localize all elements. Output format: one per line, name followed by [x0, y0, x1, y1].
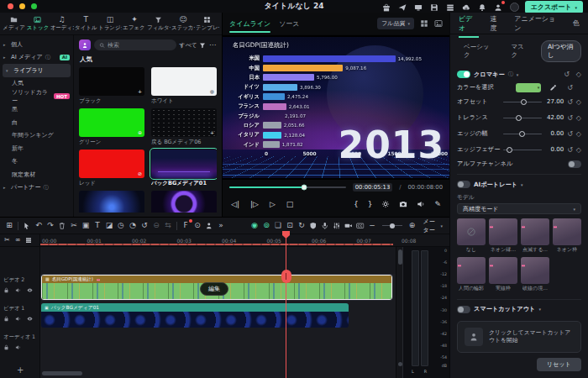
gift-icon[interactable]	[381, 2, 392, 13]
swap-tool-icon[interactable]: ⇆	[162, 220, 174, 232]
stop-button[interactable]: □	[286, 201, 294, 208]
multi-view-icon[interactable]	[420, 19, 428, 28]
voiceover-mic-icon[interactable]	[319, 220, 331, 232]
zoom-out-icon[interactable]: −	[366, 220, 378, 232]
keyframe-icon[interactable]: F	[180, 220, 192, 232]
stock-item[interactable]	[151, 191, 217, 213]
mute-icon[interactable]	[15, 316, 21, 322]
chroma-key-toggle[interactable]	[457, 71, 470, 78]
motion-icon[interactable]: ⊙	[192, 220, 203, 232]
sidebar-item[interactable]: 年間ランキング	[0, 129, 73, 143]
preset-thumbnail[interactable]	[457, 257, 486, 284]
stock-thumbnail[interactable]: ⊕	[79, 108, 144, 137]
inspector-tab[interactable]: 速度	[490, 8, 503, 39]
timeline-clip-background[interactable]: ▣ バックBGメディア01	[41, 303, 349, 328]
color-swatch-dropdown[interactable]: ▾	[516, 83, 541, 92]
crop-icon[interactable]: ▣	[80, 220, 92, 232]
green-screen-icon[interactable]: ⊚	[260, 220, 272, 232]
inspector-tab[interactable]: 色	[573, 13, 580, 34]
sidebar-item[interactable]: 限定素材	[0, 168, 73, 181]
smart-cutout-start-button[interactable]: クリックしてスマートカットアウトを開始	[457, 321, 581, 353]
portrait-preset[interactable]: 実線枠	[489, 257, 517, 292]
previous-frame-button[interactable]: ◁|	[231, 201, 239, 208]
screen-record-icon[interactable]	[343, 220, 354, 232]
meter-dropdown[interactable]: メーター ▾	[423, 218, 443, 234]
reset-icon[interactable]: ↺	[567, 146, 573, 154]
stock-thumbnail[interactable]: ⊘	[79, 150, 144, 178]
speed-icon[interactable]: ◷	[115, 220, 127, 232]
stock-item[interactable]: ⊕ グリーン	[79, 108, 144, 146]
edit-button[interactable]: 編集	[200, 282, 228, 296]
filter-all-dropdown[interactable]: すべて	[180, 41, 207, 50]
preset-thumbnail[interactable]	[521, 218, 549, 245]
sidebar-item[interactable]: ▾ ライブラリ	[3, 64, 71, 77]
ai-search-icon[interactable]	[79, 39, 91, 50]
stock-thumbnail[interactable]	[151, 150, 217, 178]
inspector-subtab[interactable]: マスク	[504, 40, 534, 62]
link-clips-icon[interactable]: ∞	[15, 237, 21, 244]
stock-thumbnail[interactable]	[79, 191, 144, 213]
split-icon[interactable]: ✂	[68, 220, 80, 232]
captions-icon[interactable]	[354, 220, 366, 232]
inspector-subtab[interactable]: ベーシック	[457, 40, 497, 62]
more-options-icon[interactable]: ⋯	[209, 41, 217, 49]
lock-icon[interactable]	[3, 344, 9, 350]
preview-audio-icon[interactable]	[417, 200, 425, 208]
lock-icon[interactable]	[3, 287, 9, 293]
stock-item[interactable]: + 戻る BGメディア06	[151, 108, 217, 146]
project-versions-icon[interactable]	[445, 2, 456, 13]
audio-mixer-icon[interactable]	[331, 220, 343, 232]
preset-thumbnail[interactable]	[457, 218, 486, 245]
mark-out-icon[interactable]: }	[368, 201, 373, 208]
mute-icon[interactable]	[15, 344, 21, 350]
preset-thumbnail[interactable]	[553, 218, 581, 245]
text-tool-icon[interactable]: T	[92, 220, 103, 232]
sidebar-item[interactable]: 新年	[0, 142, 73, 155]
portrait-preset[interactable]: 人間の輪郭	[457, 257, 486, 292]
pointer-tool-icon[interactable]	[21, 220, 33, 232]
stock-item[interactable]: バックBGメディア01	[151, 150, 217, 187]
parameter-slider[interactable]	[503, 113, 542, 122]
preview-tab[interactable]: ソース	[279, 14, 299, 34]
chevron-down-icon[interactable]: ▾	[538, 307, 541, 312]
share-icon[interactable]	[397, 2, 408, 13]
save-project-icon[interactable]	[429, 2, 440, 13]
reset-button[interactable]: リセット	[537, 358, 581, 371]
preview-tab[interactable]: タイムライン	[229, 14, 270, 34]
device-icon[interactable]	[413, 2, 424, 13]
eyedropper-icon[interactable]	[549, 84, 557, 92]
slider-knob[interactable]	[521, 99, 527, 105]
mute-icon[interactable]	[15, 287, 21, 293]
snapshot-frame-icon[interactable]: ⊡	[284, 220, 296, 232]
media-tab[interactable]: メディア	[3, 16, 25, 32]
sidebar-item[interactable]: 冬	[0, 155, 73, 169]
reset-icon[interactable]: ↺	[567, 130, 573, 138]
sidebar-item[interactable]: ▸ AI メディア ⓘ AI	[0, 51, 73, 65]
stock-thumbnail[interactable]: +	[79, 67, 144, 96]
keyframe-diamond-icon[interactable]: ◇	[576, 130, 581, 138]
toolbar-divider[interactable]	[18, 222, 18, 230]
inspector-subtab[interactable]: AIつや消し	[541, 40, 581, 62]
portrait-preset[interactable]: なし	[457, 218, 486, 254]
preview-viewport[interactable]: 名目GDP(国連統計) 米国 14,992.05	[223, 35, 449, 180]
slider-knob[interactable]	[519, 131, 525, 137]
keyframe-diamond-icon[interactable]: ◇	[576, 114, 581, 122]
stock-thumbnail[interactable]: ●	[151, 67, 217, 96]
media-bin-icon[interactable]: ⊞	[3, 220, 15, 232]
preview-tools-icon[interactable]: ✎	[434, 201, 441, 208]
mask-icon[interactable]: ◪	[103, 220, 115, 232]
quality-dropdown[interactable]: フル品質 ▾	[377, 18, 414, 29]
export-frame-icon[interactable]: ❏	[272, 220, 284, 232]
stock-item[interactable]	[79, 191, 144, 213]
stock-item[interactable]: ● ホワイト	[151, 67, 217, 105]
playhead-handle[interactable]	[281, 270, 291, 283]
inspector-tab[interactable]: アニメーション	[514, 8, 562, 39]
delete-icon[interactable]	[56, 220, 68, 232]
ai-portrait-toggle[interactable]	[457, 181, 470, 188]
reset-icon[interactable]: ↺	[567, 114, 573, 122]
portrait-preset[interactable]: 点滅する...	[521, 218, 549, 254]
keyframe-diamond-icon[interactable]: ◇	[576, 146, 581, 154]
timer-icon[interactable]: ◔	[127, 220, 139, 232]
reset-icon[interactable]: ↺	[564, 71, 570, 78]
stock-thumbnail[interactable]	[151, 191, 217, 213]
